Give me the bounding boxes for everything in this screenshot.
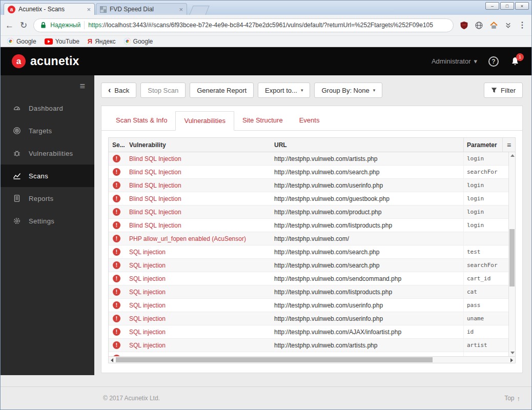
address-bar[interactable]: Надежный https://localhost:3443/#/scans/… (33, 18, 454, 32)
high-severity-icon: ! (113, 261, 120, 269)
table-row[interactable]: ! Blind SQL Injection http://testphp.vul… (109, 206, 508, 219)
export-dropdown[interactable]: Export to...▾ (258, 83, 310, 98)
maximize-button[interactable]: □ (500, 2, 514, 10)
user-menu[interactable]: Administrator▾ (432, 57, 477, 65)
table-row[interactable]: ! SQL injection http://testphp.vulnweb.c… (109, 285, 508, 299)
notification-badge: 1 (516, 53, 524, 61)
table-row[interactable]: ! Blind SQL Injection http://testphp.vul… (109, 166, 508, 179)
adblock-extension-icon[interactable] (460, 21, 468, 30)
vertical-scrollbar-thumb[interactable] (509, 229, 515, 286)
tab-close-icon[interactable]: × (179, 6, 183, 13)
browser-tab-fvd[interactable]: FVD Speed Dial × (96, 3, 187, 15)
vulnerability-link[interactable]: PHP allow_url_fopen enabled (AcuSensor) (127, 235, 272, 242)
table-row[interactable]: ! (109, 352, 508, 356)
filter-button[interactable]: Filter (484, 83, 523, 98)
close-button[interactable]: × (515, 2, 529, 10)
chevron-down-icon: ▾ (373, 88, 376, 93)
vulnerability-link[interactable]: SQL injection (127, 262, 272, 269)
table-row[interactable]: ! SQL injection http://testphp.vulnweb.c… (109, 245, 508, 259)
vertical-scrollbar[interactable] (508, 152, 515, 356)
back-icon[interactable]: ← (5, 21, 14, 30)
sidebar-item-dashboard[interactable]: Dashboard (1, 97, 94, 119)
vulnerability-link[interactable]: SQL injection (127, 302, 272, 309)
scroll-up-icon[interactable] (510, 154, 515, 157)
vulnerability-link[interactable]: SQL injection (127, 329, 272, 336)
sidebar-item-vulnerabilities[interactable]: Vulnerabilities (1, 142, 94, 165)
secure-label[interactable]: Надежный (50, 22, 80, 29)
sidebar-item-label: Targets (29, 127, 52, 135)
table-row[interactable]: ! PHP allow_url_fopen enabled (AcuSensor… (109, 232, 508, 245)
column-parameter[interactable]: Parameter (463, 138, 502, 152)
vulnerability-link[interactable]: Blind SQL Injection (127, 195, 272, 202)
back-to-top-link[interactable]: Top↑ (504, 395, 520, 402)
minimize-button[interactable]: – (485, 2, 499, 10)
vulnerability-link[interactable]: Blind SQL Injection (127, 169, 272, 176)
target-icon (13, 127, 21, 135)
tab-scan-stats[interactable]: Scan Stats & Info (108, 111, 175, 131)
sidebar-item-targets[interactable]: Targets (1, 119, 94, 142)
tab-close-icon[interactable]: × (87, 6, 91, 13)
globe-extension-icon[interactable] (475, 21, 483, 30)
vulnerability-link[interactable]: Blind SQL Injection (127, 222, 272, 229)
vulnerability-link[interactable]: SQL injection (127, 249, 272, 256)
table-row[interactable]: ! SQL injection http://testphp.vulnweb.c… (109, 272, 508, 285)
bookmark-youtube[interactable]: YouTube (42, 38, 82, 45)
sidebar-item-scans[interactable]: Scans (1, 165, 94, 187)
table-row[interactable]: ! Blind SQL Injection http://testphp.vul… (109, 152, 508, 166)
notifications-bell-icon[interactable]: 1 (510, 56, 520, 67)
tab-vulnerabilities[interactable]: Vulnerabilities (175, 111, 234, 131)
padlock-icon (40, 22, 47, 29)
horizontal-scrollbar-thumb[interactable] (116, 357, 433, 362)
column-vulnerability[interactable]: Vulnerability (127, 141, 272, 149)
vulnerability-link[interactable]: Blind SQL Injection (127, 182, 272, 189)
sidebar-item-reports[interactable]: Reports (1, 187, 94, 210)
table-row[interactable]: ! SQL injection http://testphp.vulnweb.c… (109, 325, 508, 339)
help-icon[interactable]: ? (488, 56, 499, 67)
sidebar-item-settings[interactable]: Settings (1, 210, 94, 232)
bookmark-yandex[interactable]: ЯЯндекс (85, 37, 118, 45)
scroll-left-icon[interactable] (111, 358, 113, 362)
vulnerability-link[interactable]: SQL injection (127, 342, 272, 349)
vulnerability-link[interactable]: SQL injection (127, 289, 272, 296)
back-button[interactable]: ‹Back (101, 83, 136, 98)
extensions-overflow-icon[interactable] (504, 21, 512, 29)
group-by-dropdown[interactable]: Group By: None▾ (314, 83, 382, 98)
table-row[interactable]: ! Blind SQL Injection http://testphp.vul… (109, 192, 508, 206)
table-row[interactable]: ! Blind SQL Injection http://testphp.vul… (109, 219, 508, 232)
column-url[interactable]: URL (272, 141, 463, 149)
url-text[interactable]: https://localhost:3443/#/scans/6f93bcee-… (88, 22, 433, 29)
sidebar-item-label: Scans (29, 172, 48, 180)
table-row[interactable]: ! Blind SQL Injection http://testphp.vul… (109, 179, 508, 192)
scroll-right-icon[interactable] (510, 358, 513, 362)
generate-report-button[interactable]: Generate Report (190, 83, 254, 98)
table-row[interactable]: ! SQL injection http://testphp.vulnweb.c… (109, 312, 508, 325)
table-row[interactable]: ! SQL injection http://testphp.vulnweb.c… (109, 339, 508, 352)
column-severity[interactable]: Se... (109, 141, 127, 149)
scroll-down-icon[interactable] (510, 352, 515, 354)
tab-events[interactable]: Events (291, 111, 328, 131)
reload-icon[interactable]: ↻ (20, 21, 27, 30)
table-row[interactable]: ! SQL injection http://testphp.vulnweb.c… (109, 299, 508, 312)
acunetix-favicon: a (8, 6, 15, 13)
fvd-favicon (100, 6, 107, 13)
vulnerability-link[interactable]: Blind SQL Injection (127, 155, 272, 162)
bookmark-google-2[interactable]: Google (121, 38, 156, 45)
tab-site-structure[interactable]: Site Structure (234, 111, 291, 131)
table-columns-menu-icon[interactable]: ≡ (502, 138, 515, 152)
vulnerability-link[interactable]: SQL injection (127, 315, 272, 322)
vulnerability-link[interactable]: SQL injection (127, 275, 272, 282)
home-extension-icon[interactable] (489, 21, 498, 30)
new-tab-button[interactable] (189, 6, 209, 15)
table-row[interactable]: ! SQL injection http://testphp.vulnweb.c… (109, 259, 508, 272)
vulnerability-link[interactable]: Blind SQL Injection (127, 209, 272, 216)
high-severity-icon: ! (113, 328, 120, 336)
vulnerability-parameter: uname (463, 312, 508, 325)
stop-scan-button[interactable]: Stop Scan (140, 83, 186, 98)
bookmark-google[interactable]: Google (5, 38, 39, 45)
vulnerability-parameter: pass (463, 299, 508, 312)
sidebar-collapse-icon[interactable]: ≡ (79, 81, 85, 92)
vulnerability-url: http://testphp.vulnweb.com/search.php (272, 169, 463, 176)
horizontal-scrollbar[interactable] (109, 356, 515, 363)
browser-menu-icon[interactable]: ⋮ (518, 21, 527, 29)
browser-tab-acunetix[interactable]: a Acunetix - Scans × (4, 3, 95, 15)
